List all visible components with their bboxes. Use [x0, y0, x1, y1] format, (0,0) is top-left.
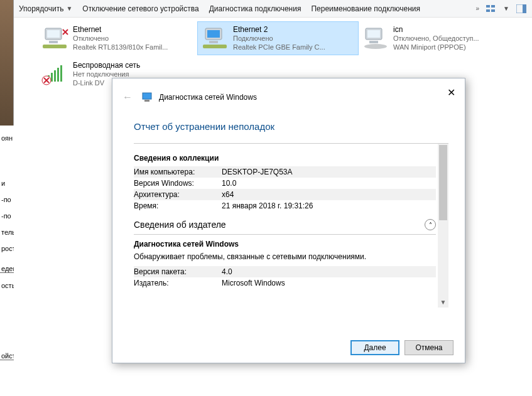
svg-rect-5: [523, 4, 526, 13]
view-options-icon[interactable]: [486, 3, 497, 14]
collapse-button[interactable]: ˄: [425, 219, 436, 230]
svg-rect-13: [207, 30, 220, 38]
dialog-header: ← Диагностика сетей Windows: [112, 78, 465, 109]
svg-rect-24: [60, 65, 62, 82]
section-collection-header: Сведения о коллекции: [134, 154, 436, 163]
vertical-scrollbar[interactable]: ▲ ▼: [438, 144, 448, 308]
chevron-down-icon: ▼: [66, 5, 72, 12]
toolbar: Упорядочить ▼ Отключение сетевого устрой…: [14, 0, 532, 18]
left-cropped-photo: [0, 0, 14, 134]
label-windows-version: Версия Windows:: [134, 178, 222, 189]
toolbar-disable-device[interactable]: Отключение сетевого устройства: [82, 4, 198, 13]
svg-point-19: [364, 44, 387, 49]
svg-rect-14: [209, 41, 218, 43]
scroll-down-icon[interactable]: ▼: [438, 297, 448, 308]
svg-rect-29: [144, 100, 149, 102]
label-time: Время:: [134, 200, 222, 211]
svg-rect-3: [491, 9, 495, 12]
label-architecture: Архитектура:: [134, 189, 222, 200]
svg-rect-7: [47, 30, 60, 38]
adapter-desc: Realtek RTL8139/810x Famil...: [73, 43, 168, 51]
chevron-up-icon: ˄: [429, 222, 432, 228]
value-windows-version: 10.0: [222, 178, 436, 189]
adapter-icn[interactable]: icn Отключено, Общедоступ... WAN Minipor…: [358, 22, 518, 55]
adapter-status: Отключено, Общедоступ...: [393, 34, 479, 43]
preview-pane-icon[interactable]: [516, 3, 527, 14]
wan-miniport-icon: [361, 26, 391, 51]
label-pack-version: Версия пакета:: [134, 266, 222, 277]
svg-rect-9: [43, 45, 67, 48]
diagnostics-icon: [141, 92, 153, 103]
adapter-status: Подключено: [233, 34, 325, 43]
adapter-name: Беспроводная сеть: [73, 61, 140, 70]
report-title: Отчет об устранении неполадок: [134, 121, 448, 132]
ethernet-enabled-icon: [200, 26, 231, 51]
section-publisher-header: Сведения об издателе: [134, 220, 226, 230]
svg-rect-22: [54, 70, 56, 82]
value-time: 21 января 2018 г. 19:31:26: [222, 200, 436, 211]
adapter-name: icn: [393, 25, 479, 34]
scrollbar-thumb[interactable]: [439, 145, 447, 220]
label-publisher: Издатель:: [134, 277, 222, 289]
toolbar-rename[interactable]: Переименование подключения: [311, 4, 420, 13]
next-button[interactable]: Далее: [350, 340, 399, 355]
close-icon: ✕: [447, 87, 455, 99]
close-button[interactable]: ✕: [442, 83, 460, 101]
adapter-ethernet-2[interactable]: Ethernet 2 Подключено Realtek PCIe GBE F…: [198, 22, 358, 55]
back-button[interactable]: ←: [120, 90, 135, 105]
adapter-ethernet[interactable]: Ethernet Отключено Realtek RTL8139/810x …: [38, 22, 198, 55]
value-pack-version: 4.0: [222, 266, 436, 277]
svg-rect-1: [491, 5, 495, 8]
pack-description: Обнаруживает проблемы, связанные с сетев…: [134, 252, 436, 261]
value-publisher: Microsoft Windows: [222, 277, 436, 289]
adapter-desc: Realtek PCIe GBE Family C...: [233, 43, 325, 51]
wifi-no-connection-icon: [40, 62, 70, 87]
cancel-button[interactable]: Отмена: [404, 340, 453, 355]
value-architecture: x64: [222, 189, 436, 200]
pack-title: Диагностика сетей Windows: [134, 240, 436, 249]
adapter-status: Нет подключения: [73, 70, 140, 78]
toolbar-organize[interactable]: Упорядочить ▼: [19, 4, 72, 13]
svg-rect-8: [49, 41, 58, 43]
adapter-name: Ethernet 2: [233, 25, 325, 34]
ethernet-disabled-icon: [40, 26, 70, 51]
svg-rect-2: [486, 9, 490, 12]
toolbar-organize-label: Упорядочить: [19, 4, 63, 13]
toolbar-diagnose[interactable]: Диагностика подключения: [209, 4, 301, 13]
chevron-down-icon[interactable]: ▼: [503, 5, 509, 12]
value-computer-name: DESKTOP-JE7Q53A: [222, 166, 436, 178]
adapter-name: Ethernet: [73, 25, 168, 34]
svg-rect-15: [203, 45, 227, 48]
left-cropped-labels: оян и -по -по тель рост еден ость ойст: [0, 126, 14, 360]
troubleshoot-dialog: ✕ ← Диагностика сетей Windows Отчет об у…: [112, 78, 465, 363]
back-arrow-icon: ←: [122, 92, 133, 103]
svg-rect-17: [367, 30, 380, 38]
report-scroll-area: ▲ ▼ Сведения о коллекции Имя компьютера:…: [134, 143, 448, 308]
svg-rect-0: [486, 5, 490, 8]
adapter-desc: WAN Miniport (PPPOE): [393, 43, 479, 51]
label-computer-name: Имя компьютера:: [134, 166, 222, 178]
svg-rect-28: [143, 93, 151, 99]
adapter-status: Отключено: [73, 34, 168, 43]
overflow-chevron-icon[interactable]: »: [476, 5, 480, 12]
dialog-title: Диагностика сетей Windows: [159, 93, 257, 102]
svg-rect-18: [369, 41, 378, 43]
svg-rect-23: [57, 68, 59, 82]
